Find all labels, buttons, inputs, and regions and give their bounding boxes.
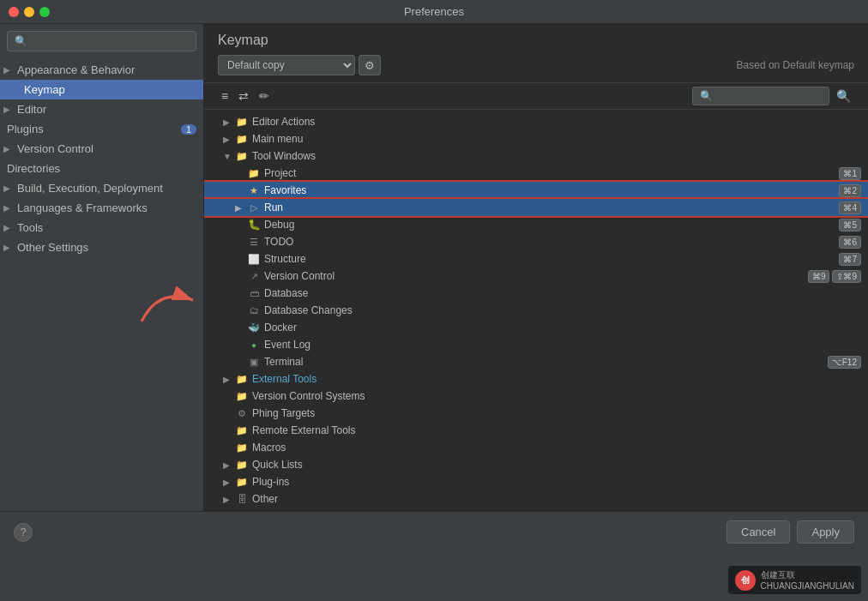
tree-label: Database Changes xyxy=(264,304,861,316)
sidebar-item-directories[interactable]: Directories xyxy=(0,159,203,178)
tree-item-project[interactable]: 📁 Project ⌘1 xyxy=(204,165,868,182)
content-area: Keymap Default copy ⚙ Based on Default k… xyxy=(204,24,868,511)
tree-item-todo[interactable]: ☰ TODO ⌘6 xyxy=(204,233,868,250)
sidebar-item-plugins[interactable]: Plugins 1 xyxy=(0,119,203,139)
tree-label: Docker xyxy=(264,322,861,334)
kbd: ⌘1 xyxy=(839,167,861,180)
tree-item-macros[interactable]: 📁 Macros xyxy=(204,439,868,456)
window-controls[interactable] xyxy=(9,7,50,17)
gear-button[interactable]: ⚙ xyxy=(359,55,381,75)
tree-item-database-changes[interactable]: 🗂 Database Changes xyxy=(204,302,868,319)
tree-item-other[interactable]: ▶ 🗄 Other xyxy=(204,490,868,508)
sidebar-item-version-control[interactable]: ▶ Version Control xyxy=(0,139,203,159)
cancel-button[interactable]: Cancel xyxy=(726,520,790,544)
expand-all-button[interactable]: ≡ xyxy=(218,87,232,105)
tree-item-favorites[interactable]: ★ Favorites ⌘2 xyxy=(204,182,868,199)
chevron-icon: ▼ xyxy=(223,152,235,161)
search-right: 🔍 xyxy=(692,87,854,105)
tree-item-tool-windows[interactable]: ▼ 📁 Tool Windows xyxy=(204,147,868,165)
tree-label: Remote External Tools xyxy=(252,424,861,436)
tree-item-database[interactable]: 🗃 Database xyxy=(204,285,868,302)
sidebar-item-label: Directories xyxy=(7,162,60,175)
tree-label: Phing Targets xyxy=(252,407,861,419)
tree-item-terminal[interactable]: ▣ Terminal ⌥F12 xyxy=(204,353,868,370)
folder-icon: 📁 xyxy=(235,372,249,386)
folder-icon: 📁 xyxy=(235,149,249,163)
tree-item-external-tools[interactable]: ▶ 📁 External Tools xyxy=(204,370,868,388)
tree-area: ▶ 📁 Editor Actions ▶ 📁 Main menu ▼ 📁 Too… xyxy=(204,110,868,511)
folder-icon: 📁 xyxy=(235,115,249,129)
tree-label: Other xyxy=(252,493,861,505)
help-button[interactable]: ? xyxy=(14,523,33,542)
content-header: Keymap Default copy ⚙ Based on Default k… xyxy=(204,24,868,83)
folder-icon: 📁 xyxy=(235,389,249,403)
action-search-input[interactable] xyxy=(692,87,829,105)
tree-label: Project xyxy=(264,167,839,179)
phing-icon: ⚙ xyxy=(235,406,249,420)
tree-item-editor-actions[interactable]: ▶ 📁 Editor Actions xyxy=(204,113,868,130)
sidebar-item-build[interactable]: ▶ Build, Execution, Deployment xyxy=(0,178,203,198)
tree-label: Quick Lists xyxy=(252,459,861,471)
sidebar-item-appearance[interactable]: ▶ Appearance & Behavior xyxy=(0,60,203,80)
minimize-button[interactable] xyxy=(24,7,34,17)
shortcut-badge: ⌘9 ⇧⌘9 xyxy=(808,270,861,283)
sidebar: ▶ Appearance & Behavior Keymap ▶ Editor … xyxy=(0,24,204,511)
tree-item-main-menu[interactable]: ▶ 📁 Main menu xyxy=(204,130,868,147)
tree-item-debug[interactable]: 🐛 Debug ⌘5 xyxy=(204,216,868,233)
star-icon: ★ xyxy=(247,183,261,197)
chevron-icon: ▶ xyxy=(3,183,14,193)
maximize-button[interactable] xyxy=(39,7,50,17)
db2-icon: 🗂 xyxy=(247,304,261,317)
sidebar-item-keymap[interactable]: Keymap xyxy=(0,80,203,99)
keymap-select[interactable]: Default copy xyxy=(218,55,355,75)
bottom-bar: ? Cancel Apply xyxy=(0,511,868,552)
chevron-icon: ▶ xyxy=(223,478,235,487)
based-on-label: Based on Default keymap xyxy=(737,59,854,71)
watermark-text: 创建互联CHUANGJIANGHULIAN xyxy=(761,569,854,591)
sidebar-item-label: Build, Execution, Deployment xyxy=(17,182,163,195)
sidebar-item-label: Tools xyxy=(17,221,43,234)
tree-item-phing-targets[interactable]: ⚙ Phing Targets xyxy=(204,405,868,422)
collapse-all-button[interactable]: ⇄ xyxy=(235,87,252,105)
tree-item-structure[interactable]: ⬜ Structure ⌘7 xyxy=(204,250,868,267)
chevron-icon: ▶ xyxy=(3,65,14,75)
kbd: ⇧⌘9 xyxy=(832,270,861,283)
find-button[interactable]: 🔍 xyxy=(833,87,854,105)
tree-item-docker[interactable]: 🐳 Docker xyxy=(204,319,868,336)
chevron-icon: ▶ xyxy=(3,105,14,114)
sidebar-item-other-settings[interactable]: ▶ Other Settings xyxy=(0,237,203,257)
sidebar-item-tools[interactable]: ▶ Tools xyxy=(0,218,203,237)
shortcut-badge: ⌘2 xyxy=(839,184,861,197)
close-button[interactable] xyxy=(9,7,19,17)
bug-icon: 🐛 xyxy=(247,218,261,231)
action-toolbar: ≡ ⇄ ✏ 🔍 xyxy=(204,83,868,110)
run-icon: ▷ xyxy=(247,201,261,214)
tree-item-remote-tools[interactable]: 📁 Remote External Tools xyxy=(204,422,868,439)
sidebar-item-label: Keymap xyxy=(24,83,65,96)
sidebar-item-label: Plugins xyxy=(7,123,44,135)
tree-label: Favorites xyxy=(264,184,839,196)
sidebar-item-label: Other Settings xyxy=(17,241,88,254)
chevron-icon: ▶ xyxy=(223,375,235,384)
sidebar-item-label: Version Control xyxy=(17,142,93,155)
tree-label: Macros xyxy=(252,442,861,454)
tree-item-quick-lists[interactable]: ▶ 📁 Quick Lists xyxy=(204,456,868,473)
folder2-icon: 🗄 xyxy=(235,492,249,506)
sidebar-item-editor[interactable]: ▶ Editor xyxy=(0,99,203,119)
sidebar-search-input[interactable] xyxy=(7,31,196,51)
apply-button[interactable]: Apply xyxy=(797,520,854,544)
plugins-badge: 1 xyxy=(181,124,196,135)
shortcut-badge: ⌥F12 xyxy=(828,356,861,369)
tree-item-vcs-systems[interactable]: 📁 Version Control Systems xyxy=(204,388,868,405)
edit-button[interactable]: ✏ xyxy=(256,87,273,105)
tree-item-event-log[interactable]: ● Event Log xyxy=(204,336,868,353)
chevron-icon: ▶ xyxy=(3,203,14,213)
sidebar-item-languages[interactable]: ▶ Languages & Frameworks xyxy=(0,198,203,218)
tree-item-run[interactable]: ▶ ▷ Run ⌘4 xyxy=(204,199,868,216)
tree-item-plug-ins[interactable]: ▶ 📁 Plug-ins xyxy=(204,473,868,490)
chevron-icon: ▶ xyxy=(223,495,235,504)
kbd: ⌘2 xyxy=(839,184,861,197)
keymap-toolbar: Default copy ⚙ Based on Default keymap xyxy=(218,55,854,75)
tree-label: TODO xyxy=(264,236,839,248)
tree-item-version-control-tw[interactable]: ↗ Version Control ⌘9 ⇧⌘9 xyxy=(204,267,868,285)
